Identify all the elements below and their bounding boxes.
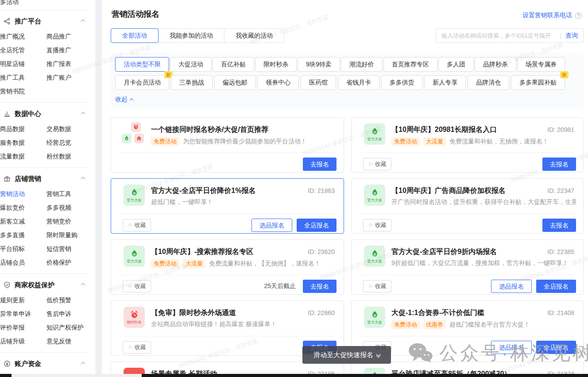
filter-button[interactable]: 省钱月卡	[338, 75, 379, 90]
sidebar-item[interactable]: 限时限量购	[46, 228, 95, 242]
chevron-up-icon[interactable]	[81, 283, 85, 288]
tag-coupon: 优惠券	[423, 320, 446, 329]
sidebar-item[interactable]: 多多视频	[46, 201, 95, 215]
set-marketing-phone-link[interactable]: 设置营销联系电话 ?	[522, 12, 582, 19]
go-register-button[interactable]: 去报名	[303, 280, 337, 293]
sidebar-section-merchant-rights[interactable]: 商家权益保护	[0, 280, 95, 290]
search-input[interactable]	[441, 32, 556, 39]
chevron-up-icon[interactable]	[81, 177, 85, 181]
sidebar-item[interactable]: 售后申诉	[46, 307, 95, 321]
sidebar-item[interactable]: 店铺会员	[0, 256, 46, 269]
sidebar-item[interactable]: 爆款竞价	[0, 201, 46, 215]
filter-button[interactable]: 品牌秒杀	[475, 57, 516, 72]
sidebar-item[interactable]: 平台招标	[0, 242, 46, 256]
sidebar-item[interactable]: 低价预警	[46, 293, 95, 307]
filter-button[interactable]: 场景专属券	[517, 57, 565, 72]
tab-all-activities[interactable]: 全部活动	[111, 28, 159, 43]
sidebar-section-promotion-platform[interactable]: 推广平台	[0, 16, 95, 26]
filter-button[interactable]: 偏远包邮	[214, 75, 256, 90]
filter-type-unlimited[interactable]: 活动类型不限	[115, 57, 169, 72]
sidebar-item[interactable]: 商品数据	[0, 122, 46, 136]
sidebar-item[interactable]: 价格保护	[46, 256, 95, 269]
sidebar-item-more-activities[interactable]: 多活动	[0, 0, 95, 6]
official-promo-icon: 官方大促	[364, 123, 385, 145]
sidebar-item[interactable]: 全店托管	[0, 43, 46, 57]
filter-button[interactable]: 大促活动	[170, 57, 212, 72]
sidebar-item[interactable]: 流量数据	[0, 150, 46, 163]
sidebar-item[interactable]: 营销竞价	[46, 215, 95, 228]
sidebar-section-data-center[interactable]: 数据中心	[0, 109, 95, 119]
filter-button[interactable]: 多多供货	[381, 75, 423, 90]
card-divider	[120, 214, 335, 214]
whole-shop-register-button[interactable]: 全店报名	[536, 341, 576, 354]
scroll-to-promo-tooltip[interactable]: 滑动至大促快速报名	[302, 346, 391, 364]
sidebar-item[interactable]: 交易数据	[46, 122, 95, 136]
sidebar-item[interactable]: 营销书院	[0, 85, 46, 98]
sidebar-section-shop-marketing[interactable]: 店铺营销	[0, 174, 95, 184]
favorite-button[interactable]: ☆收藏	[123, 341, 151, 354]
sidebar-item[interactable]: 服务数据	[0, 136, 46, 150]
tag-big-traffic: 大流量	[183, 259, 205, 268]
sidebar-item[interactable]: 店铺升级	[0, 335, 46, 348]
filter-button[interactable]: 三单挑战	[171, 75, 213, 90]
sidebar-item[interactable]: 推广概况	[0, 30, 46, 43]
select-items-register-button[interactable]: 选品报名	[491, 341, 532, 354]
whole-shop-register-button[interactable]: 全店报名	[297, 219, 337, 232]
favorite-button[interactable]: ☆收藏	[123, 280, 151, 292]
select-items-register-button[interactable]: 选品报名	[251, 219, 292, 232]
sidebar-item[interactable]: 异常单申诉	[0, 307, 46, 321]
filter-button[interactable]: 多人团	[438, 57, 474, 72]
tab-favorite-activities[interactable]: 我收藏的活动	[224, 28, 284, 43]
search-button[interactable]: 查询	[565, 32, 578, 40]
help-icon[interactable]: ?	[575, 12, 582, 19]
sidebar-item[interactable]: 明星店铺	[0, 57, 46, 71]
sidebar-item[interactable]: 直播推广	[46, 43, 95, 57]
sidebar-item[interactable]: 新客立减	[0, 215, 46, 228]
favorite-button[interactable]: ☆收藏	[363, 219, 391, 231]
sidebar-item[interactable]: 推广报表	[46, 57, 95, 71]
chart-icon	[4, 110, 11, 117]
sidebar-item[interactable]: 知识产权保护	[46, 321, 95, 335]
sidebar-item[interactable]: 评价举报	[0, 321, 46, 335]
filter-button[interactable]: 新人专享	[424, 75, 466, 90]
sidebar-section-account-funds[interactable]: 账户资金	[0, 359, 95, 369]
multi-activity-icon	[122, 122, 145, 144]
sidebar-item[interactable]: 推广账户	[46, 71, 95, 85]
sidebar-item-marketing-activities[interactable]: 营销活动	[0, 187, 46, 201]
filter-button[interactable]: 领券中心	[257, 75, 299, 90]
sidebar-item[interactable]: 商品推广	[46, 30, 95, 43]
collapse-filters-link[interactable]: 收起	[115, 96, 134, 104]
sidebar-item[interactable]: 多多直播	[0, 228, 46, 242]
tab-joinable-activities[interactable]: 我能参加的活动	[158, 28, 224, 43]
scrollbar-thumb[interactable]	[142, 374, 588, 377]
sidebar-item[interactable]: 规则更新	[0, 293, 46, 307]
card-desc: 免费流量和补贴，【无抽佣】，速报名！	[209, 260, 321, 268]
filter-button[interactable]: 限时秒杀	[255, 57, 297, 72]
sidebar-item[interactable]: 短信营销	[46, 242, 95, 256]
filter-button[interactable]: 9块9特卖	[298, 57, 340, 72]
favorite-button[interactable]: ☆收藏	[363, 280, 391, 292]
sidebar-item[interactable]: 粉丝数据	[46, 150, 95, 163]
go-register-button[interactable]: 去报名	[303, 158, 337, 171]
filter-button[interactable]: 品牌清仓	[468, 75, 509, 90]
favorite-button[interactable]: ☆收藏	[123, 219, 151, 231]
favorite-button[interactable]: ☆收藏	[363, 158, 391, 170]
filter-button[interactable]: 多多果园补贴新	[511, 75, 565, 90]
sidebar-item[interactable]: 推广工具	[0, 71, 46, 85]
filter-button[interactable]: 百亿补贴	[213, 57, 254, 72]
sidebar-item[interactable]: 经营总览	[46, 136, 95, 150]
tag-free-activity: 免费活动	[151, 137, 179, 146]
sidebar-item[interactable]: 意见反馈	[46, 335, 95, 348]
chevron-up-icon[interactable]	[81, 362, 85, 366]
filter-button[interactable]: 医药馆	[301, 75, 336, 90]
chevron-up-icon[interactable]	[81, 19, 85, 24]
go-register-button[interactable]: 去报名	[542, 158, 576, 171]
chevron-up-icon[interactable]	[81, 112, 85, 116]
go-register-button[interactable]: 去报名	[542, 219, 576, 232]
whole-shop-register-button[interactable]: 全店报名	[536, 280, 576, 293]
select-items-register-button[interactable]: 选品报名	[491, 280, 532, 293]
filter-button[interactable]: 月卡会员活动新	[115, 75, 169, 90]
sidebar-item[interactable]: 营销工具	[46, 187, 95, 201]
filter-button[interactable]: 潮流好价	[341, 57, 383, 72]
filter-button[interactable]: 首页推荐专区	[383, 57, 437, 72]
